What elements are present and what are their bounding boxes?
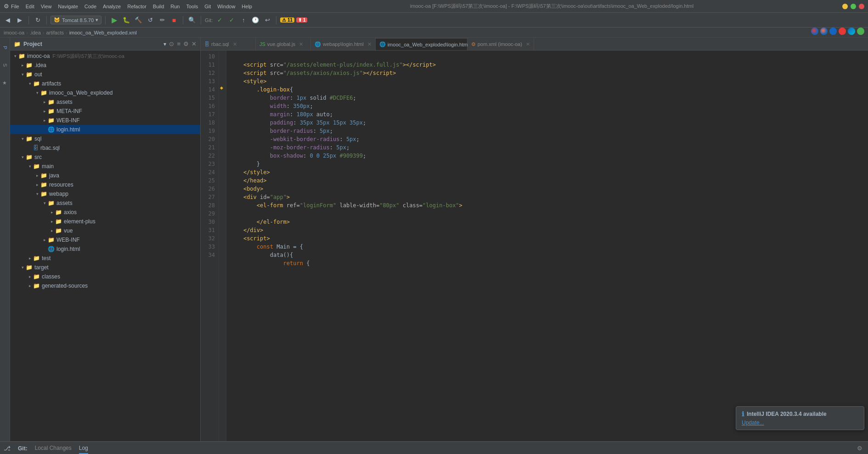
notification-update-link[interactable]: Update...: [742, 420, 858, 426]
project-dropdown-icon[interactable]: ▾: [163, 41, 166, 47]
tree-item-classes[interactable]: ▸📁classes: [10, 272, 200, 281]
project-settings-button[interactable]: ⚙: [183, 40, 189, 47]
tab-webapp-login[interactable]: 🌐 webapp\login.html ✕: [311, 38, 376, 50]
menu-run[interactable]: Run: [170, 4, 180, 9]
menu-file[interactable]: File: [11, 4, 19, 9]
code-content[interactable]: <script src="/assets/element-plus/index.…: [226, 51, 868, 441]
tab-close-webapp[interactable]: ✕: [367, 41, 372, 47]
breadcrumb-idea[interactable]: .idea: [30, 30, 41, 35]
debug-button[interactable]: 🐛: [121, 15, 131, 25]
git-push-button[interactable]: ↑: [238, 15, 248, 25]
tree-item-webapp[interactable]: ▾📁webapp: [10, 189, 200, 199]
refresh-button[interactable]: ↻: [33, 15, 43, 25]
tree-item-imooc-oa[interactable]: ▾📁imooc-oaF:\WPS源码\57第三次\imooc-oa: [10, 51, 200, 61]
run-button[interactable]: ▶: [109, 15, 119, 25]
rebuild-button[interactable]: ↺: [145, 15, 155, 25]
tab-rbac-sql[interactable]: 🗄 rbac.sql ✕: [201, 38, 256, 50]
tree-item-generated-sources[interactable]: ▸📁generated-sources: [10, 281, 200, 290]
git-checkmark-1[interactable]: ✓: [214, 15, 225, 25]
tree-file-icon: 📁: [55, 209, 62, 216]
tree-item-axios[interactable]: ▸📁axios: [10, 208, 200, 217]
tree-item-main[interactable]: ▾📁main: [10, 162, 200, 171]
menu-build[interactable]: Build: [153, 4, 164, 9]
tree-file-icon: 📁: [48, 99, 55, 105]
tomcat-dropdown[interactable]: 🐱 Tomcat 8.5.70 ▾: [51, 16, 101, 24]
minimize-button[interactable]: [842, 4, 848, 9]
tree-item-login-html[interactable]: 🌐login.html: [10, 244, 200, 254]
menu-analyze[interactable]: Analyze: [103, 4, 121, 9]
tree-item-WEB-INF[interactable]: ▸📁WEB-INF: [10, 116, 200, 125]
tab-icon-webapp: 🌐: [315, 41, 321, 47]
tree-item-assets[interactable]: ▸📁assets: [10, 97, 200, 107]
menu-git[interactable]: Git: [204, 4, 211, 9]
tree-item-artifacts[interactable]: ▾📁artifacts: [10, 79, 200, 88]
menu-help[interactable]: Help: [242, 4, 252, 9]
tree-item-sql[interactable]: ▾📁sql: [10, 134, 200, 143]
menu-tools[interactable]: Tools: [186, 4, 198, 9]
git-label: Git:: [205, 17, 213, 23]
stop-button[interactable]: ■: [169, 15, 179, 25]
tab-exploded-login[interactable]: 🌐 imooc_oa_Web_exploded\login.html ✕: [376, 38, 468, 50]
tree-arrow: ▸: [34, 173, 40, 178]
tree-item-vue[interactable]: ▸📁vue: [10, 226, 200, 235]
tree-item-element-plus[interactable]: ▸📁element-plus: [10, 217, 200, 226]
tree-file-icon: 📁: [33, 283, 40, 289]
sidebar-icon-project[interactable]: P: [0, 40, 10, 56]
close-button[interactable]: [859, 4, 864, 9]
tab-close-vue[interactable]: ✕: [299, 41, 303, 47]
edge-icon[interactable]: [829, 28, 837, 35]
tree-item-test[interactable]: ▸📁test: [10, 254, 200, 263]
maximize-button[interactable]: [851, 4, 856, 9]
project-scope-button[interactable]: ⊙: [169, 40, 174, 47]
build-button[interactable]: 🔨: [133, 15, 143, 25]
menu-navigate[interactable]: Navigate: [58, 4, 78, 9]
safari-icon[interactable]: [857, 28, 864, 35]
chrome-icon[interactable]: [811, 28, 818, 35]
edit-configs-button[interactable]: ✏: [157, 15, 167, 25]
tab-log[interactable]: Log: [79, 443, 88, 454]
menu-edit[interactable]: Edit: [26, 4, 34, 9]
forward-button[interactable]: ▶: [15, 15, 25, 25]
tab-close-pom[interactable]: ✕: [526, 41, 530, 47]
window-title: imooc-oa [F:\WPS源码\57第三次\imooc-oa] - F:\…: [261, 3, 842, 10]
git-history-button[interactable]: 🕐: [250, 15, 260, 25]
menu-window[interactable]: Window: [217, 4, 235, 9]
breadcrumb-artifacts[interactable]: artifacts: [46, 30, 64, 35]
menu-refactor[interactable]: Refactor: [127, 4, 147, 9]
menu-view[interactable]: View: [41, 4, 52, 9]
tab-close-rbac[interactable]: ✕: [233, 41, 237, 47]
tab-local-changes[interactable]: Local Changes: [35, 443, 72, 454]
tree-item-target[interactable]: ▾📁target: [10, 263, 200, 272]
tree-item-resources[interactable]: ▸📁resources: [10, 180, 200, 189]
tree-item-name: WEB-INF: [56, 117, 80, 124]
menu-code[interactable]: Code: [85, 4, 96, 9]
ie-icon[interactable]: [848, 28, 855, 35]
tree-item-out[interactable]: ▾📁out: [10, 70, 200, 79]
back-button[interactable]: ◀: [3, 15, 13, 25]
tree-item-META-INF[interactable]: ▸📁META-INF: [10, 107, 200, 116]
firefox-icon[interactable]: [820, 28, 828, 35]
project-collapse-button[interactable]: ≡: [177, 40, 180, 47]
tab-pom-xml[interactable]: ⚙ pom.xml (imooc-oa) ✕: [468, 38, 534, 50]
tree-item-name: rbac.sql: [40, 145, 60, 151]
sidebar-icon-favorites[interactable]: ★: [0, 74, 10, 91]
tree-arrow: ▾: [27, 164, 33, 169]
search-button[interactable]: 🔍: [187, 15, 197, 25]
tree-item-java[interactable]: ▸📁java: [10, 171, 200, 180]
sidebar-icon-structure[interactable]: S: [0, 57, 10, 74]
tree-item--idea[interactable]: ▸📁.idea: [10, 61, 200, 70]
tree-item-rbac-sql[interactable]: 🗄rbac.sql: [10, 143, 200, 153]
breadcrumb-imooc-oa[interactable]: imooc-oa: [4, 30, 24, 35]
tree-item-login-html[interactable]: 🌐login.html: [10, 125, 200, 134]
opera-icon[interactable]: [839, 28, 846, 35]
tree-item-src[interactable]: ▾📁src: [10, 153, 200, 162]
git-checkmark-2[interactable]: ✓: [226, 15, 237, 25]
project-close-button[interactable]: ✕: [192, 40, 197, 47]
tree-item-imooc-oa-Web-exploded[interactable]: ▾📁imooc_oa_Web_exploded: [10, 88, 200, 97]
git-settings-button[interactable]: ⚙: [855, 444, 864, 453]
tab-vue-global[interactable]: JS vue.global.js ✕: [256, 38, 311, 50]
git-rollback-button[interactable]: ↩: [262, 15, 272, 25]
breadcrumb-current[interactable]: imooc_oa_Web_exploded.xml: [69, 30, 137, 35]
tree-item-assets[interactable]: ▾📁assets: [10, 199, 200, 208]
tree-item-WEB-INF[interactable]: ▸📁WEB-INF: [10, 235, 200, 244]
